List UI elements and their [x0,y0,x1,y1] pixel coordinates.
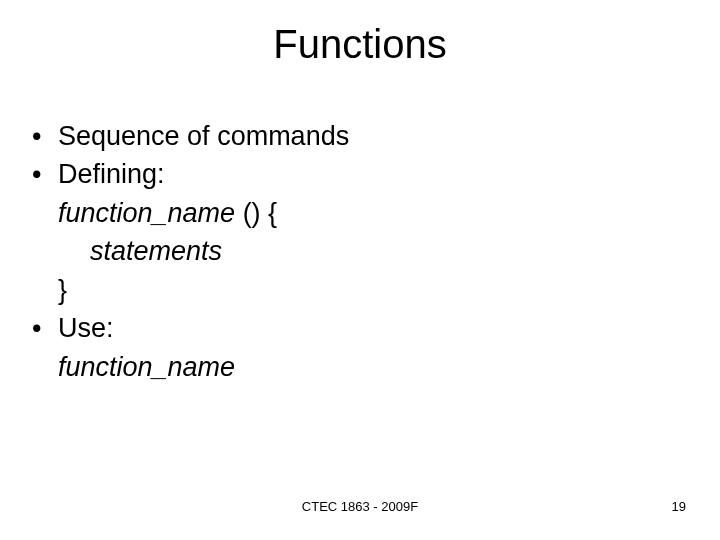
bullet-text: Sequence of commands [58,121,349,151]
bullet-dot-icon: • [32,310,41,346]
slide-title: Functions [0,22,720,67]
page-number: 19 [672,499,686,514]
code-line: } [30,272,680,308]
code-line: function_name [30,349,680,385]
slide: Functions • Sequence of commands • Defin… [0,0,720,540]
slide-body: • Sequence of commands • Defining: funct… [30,118,680,387]
bullet-item: • Defining: [30,156,680,192]
code-line: function_name () { [30,195,680,231]
footer-center: CTEC 1863 - 2009F [0,499,720,514]
bullet-text: Defining: [58,159,165,189]
bullet-dot-icon: • [32,156,41,192]
bullet-item: • Sequence of commands [30,118,680,154]
bullet-item: • Use: [30,310,680,346]
bullet-text: Use: [58,313,114,343]
code-line: statements [30,233,680,269]
code-text: function_name [58,198,235,228]
bullet-dot-icon: • [32,118,41,154]
code-text: () { [235,198,277,228]
